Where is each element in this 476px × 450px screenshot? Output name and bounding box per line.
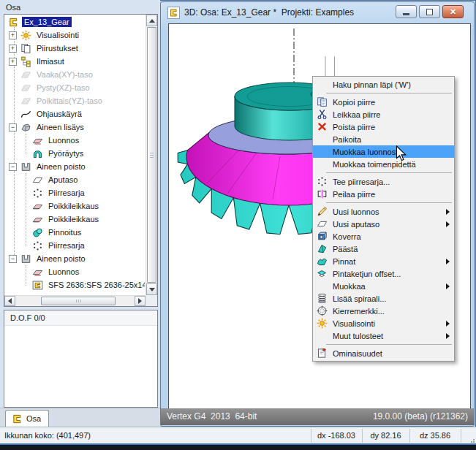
vertical-scroll-thumb[interactable] — [147, 27, 156, 283]
menu-item-kopioi-piirre[interactable]: Kopioi piirre — [313, 96, 454, 108]
menu-item-uusi-aputaso[interactable]: Uusi aputaso — [313, 218, 454, 230]
expand-toggle[interactable]: + — [9, 45, 17, 53]
menu-item-ominaisuudet[interactable]: Ominaisuudet — [313, 347, 454, 359]
tree-label[interactable]: Pysty(XZ)-taso — [34, 83, 92, 93]
tree-item-poikkileikkaus[interactable]: Poikkileikkaus — [5, 213, 145, 226]
feature-tree: Ex_13_Gear+Visualisointi+Piirustukset+Il… — [4, 14, 158, 307]
tree-item-aineen-poisto[interactable]: −Aineen poisto — [5, 252, 145, 265]
menu-item-p-st[interactable]: Päästä — [313, 243, 454, 255]
menu-item-label: Ominaisuudet — [333, 349, 382, 358]
tree-item-pysty-xz-taso[interactable]: Pysty(XZ)-taso — [5, 81, 145, 94]
menu-item-haku-pinnan-l-pi-w[interactable]: Haku pinnan läpi ('W') — [313, 78, 454, 91]
tree-label[interactable]: Poikittais(YZ)-taso — [34, 96, 105, 106]
tree-label[interactable]: Piirresarja — [46, 240, 87, 251]
standard-part-icon — [31, 279, 43, 291]
menu-item-muokkaa[interactable]: Muokkaa — [313, 280, 454, 292]
tree-label[interactable]: Luonnos — [46, 135, 81, 145]
menu-item-lis-spiraali[interactable]: Lisää spiraali... — [313, 292, 454, 305]
restore-button[interactable] — [419, 5, 440, 18]
tree-item-piirresarja[interactable]: Piirresarja — [5, 186, 145, 199]
expand-toggle[interactable]: + — [9, 31, 17, 39]
main-status-bar: Ikkunan koko: (401,497) dx -168.03 dy 82… — [0, 427, 476, 444]
menu-item-koverra[interactable]: Koverra — [313, 230, 454, 243]
horizontal-scroll-thumb[interactable] — [41, 297, 116, 305]
tree-label[interactable]: Poikkileikkaus — [46, 214, 101, 224]
tree-label[interactable]: Poikkileikkaus — [46, 201, 101, 211]
tree-item-vaaka-xy-taso[interactable]: Vaaka(XY)-taso — [5, 68, 145, 81]
tree-label[interactable]: Aineen poisto — [34, 253, 88, 264]
tree-item-aputaso[interactable]: Aputaso — [5, 173, 145, 186]
submenu-arrow-icon — [446, 209, 450, 215]
tree-label[interactable]: Piirresarja — [46, 188, 87, 198]
scroll-up-button[interactable] — [146, 15, 157, 26]
collapse-toggle[interactable]: − — [9, 163, 17, 171]
tree-item-piirresarja[interactable]: Piirresarja — [5, 239, 145, 252]
window-titlebar[interactable]: 3D: Osa: Ex_13_Gear * Projekti: Examples… — [161, 2, 474, 23]
curve-icon — [20, 108, 31, 120]
minimize-icon — [403, 13, 409, 15]
minimize-button[interactable] — [396, 5, 417, 18]
tree-item-aineen-poisto[interactable]: −Aineen poisto — [5, 160, 145, 173]
tree-label[interactable]: Pyöräytys — [46, 148, 86, 159]
feature-series-icon — [31, 187, 43, 199]
tree-item-luonnos[interactable]: Luonnos — [5, 134, 145, 147]
tree-label[interactable]: Ex_13_Gear — [22, 17, 72, 27]
tree-item-py-r-ytys[interactable]: Pyöräytys — [5, 147, 145, 160]
tree-item-ex-13-gear[interactable]: Ex_13_Gear — [5, 15, 145, 28]
tree-item-visualisointi[interactable]: +Visualisointi — [5, 28, 145, 42]
menu-item-muokkaa-toimenpidett[interactable]: Muokkaa toimenpidettä — [313, 158, 454, 170]
menu-item-label: Kierremerkki... — [333, 307, 385, 316]
tree-label[interactable]: SFS 2636:SFS 2636-25x14 — [46, 280, 145, 290]
tree-item-poikittais-yz-taso[interactable]: Poikittais(YZ)-taso — [5, 94, 145, 107]
tree-item-pinnoitus[interactable]: Pinnoitus — [5, 226, 145, 239]
close-button[interactable]: ✕ — [442, 5, 464, 18]
tree-label[interactable]: Ilmiasut — [34, 56, 67, 66]
menu-item-label: Pintaketjun offset... — [333, 270, 401, 278]
menu-item-uusi-luonnos[interactable]: Uusi luonnos — [313, 205, 454, 218]
plane-gray-icon — [20, 69, 31, 80]
menu-item-kierremerkki[interactable]: Kierremerkki... — [313, 305, 454, 317]
tree-horizontal-scrollbar[interactable] — [4, 295, 146, 306]
expand-toggle[interactable]: + — [9, 58, 17, 66]
resize-grip[interactable] — [469, 437, 475, 443]
collapse-toggle[interactable]: − — [9, 123, 17, 131]
tree-label[interactable]: Aputaso — [46, 175, 80, 185]
scroll-right-button[interactable] — [135, 296, 146, 306]
tree-label[interactable]: Aineen lisäys — [34, 122, 86, 132]
menu-item-visualisointi[interactable]: Visualisointi — [313, 317, 454, 329]
menu-item-peilaa-piirre[interactable]: Peilaa piirre — [313, 188, 454, 200]
collapse-toggle[interactable]: − — [9, 255, 17, 263]
menu-item-label: Lisää spiraali... — [333, 294, 386, 303]
menu-item-muokkaa-luonnosta[interactable]: Muokkaa luonnosta — [313, 145, 454, 158]
tree-item-piirustukset[interactable]: +Piirustukset — [5, 42, 145, 55]
menu-item-paikoita[interactable]: Paikoita — [313, 133, 454, 145]
menu-item-label: Poista piirre — [333, 123, 375, 131]
context-menu: Haku pinnan läpi ('W')Kopioi piirreLeikk… — [312, 76, 455, 362]
tree-item-sfs-2636-sfs-2636-25x14[interactable]: SFS 2636:SFS 2636-25x14 — [5, 278, 145, 291]
tree-item-aineen-lis-ys[interactable]: −Aineen lisäys — [5, 121, 145, 134]
menu-item-label: Muokkaa toimenpidettä — [333, 160, 416, 169]
tree-item-ilmiasut[interactable]: +Ilmiasut — [5, 55, 145, 68]
tree-label[interactable]: Vaaka(XY)-taso — [34, 69, 95, 80]
tree-label[interactable]: Pinnoitus — [46, 227, 83, 237]
tree-item-luonnos[interactable]: Luonnos — [5, 265, 145, 278]
tree-vertical-scrollbar[interactable] — [146, 15, 157, 295]
menu-item-label: Paikoita — [333, 135, 361, 144]
menu-item-tee-piirresarja[interactable]: Tee piirresarja... — [313, 175, 454, 188]
menu-item-pintaketjun-offset[interactable]: Pintaketjun offset... — [313, 267, 454, 280]
tree-label[interactable]: Aineen poisto — [34, 161, 88, 172]
menu-item-poista-piirre[interactable]: Poista piirre — [313, 121, 454, 133]
scroll-left-button[interactable] — [4, 296, 15, 306]
tree-label[interactable]: Ohjauskäyrä — [34, 109, 84, 119]
tab-osa[interactable]: Osa — [5, 410, 49, 427]
tree-item-poikkileikkaus[interactable]: Poikkileikkaus — [5, 199, 145, 213]
tree-label[interactable]: Visualisointi — [34, 30, 81, 40]
tree-label[interactable]: Luonnos — [46, 267, 81, 277]
menu-item-pinnat[interactable]: Pinnat — [313, 255, 454, 267]
scroll-down-button[interactable] — [146, 283, 157, 295]
copy-icon — [316, 96, 328, 108]
menu-item-muut-tulosteet[interactable]: Muut tulosteet — [313, 329, 454, 342]
tree-item-ohjausk-yr[interactable]: Ohjauskäyrä — [5, 107, 145, 121]
menu-item-leikkaa-piirre[interactable]: Leikkaa piirre — [313, 108, 454, 121]
tree-label[interactable]: Piirustukset — [34, 43, 80, 53]
